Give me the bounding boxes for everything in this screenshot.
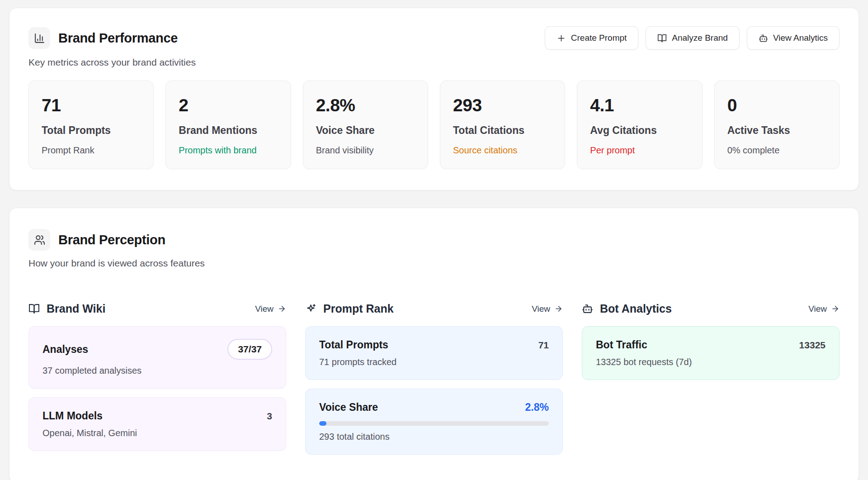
voice-share-progress-track [319, 421, 549, 426]
card-subtext: 37 completed analysises [42, 366, 272, 376]
header-actions: Create Prompt Analyze Brand View Analyti… [545, 26, 840, 50]
brand-perception-panel: Brand Perception How your brand is viewe… [9, 208, 859, 480]
analyze-brand-label: Analyze Brand [672, 33, 728, 43]
plus-icon [557, 33, 566, 43]
arrow-right-icon [278, 304, 286, 313]
book-open-icon [28, 303, 40, 314]
create-prompt-button[interactable]: Create Prompt [545, 26, 639, 50]
section-subtitle: How your brand is viewed across features [28, 258, 840, 269]
total-prompts-card[interactable]: Total Prompts 71 71 prompts tracked [305, 326, 563, 380]
metric-value: 2 [179, 95, 278, 115]
metric-label: Total Citations [453, 124, 552, 137]
section-title: Brand Perception [58, 233, 165, 247]
brand-performance-panel: Brand Performance Create Prompt Analyze … [9, 8, 859, 190]
metric-card-brand-mentions: 2 Brand Mentions Prompts with brand [165, 81, 291, 169]
metric-value: 71 [42, 95, 141, 115]
card-value: 13325 [799, 340, 826, 351]
metric-card-active-tasks: 0 Active Tasks 0% complete [714, 81, 840, 169]
metric-card-total-prompts: 71 Total Prompts Prompt Rank [28, 81, 154, 169]
metric-value: 2.8% [316, 95, 415, 115]
view-link-label: View [255, 304, 274, 314]
view-analytics-button[interactable]: View Analytics [747, 26, 840, 50]
metric-subtext: Prompt Rank [42, 145, 141, 156]
card-value: 2.8% [525, 401, 549, 413]
voice-share-card[interactable]: Voice Share 2.8% 293 total citations [305, 389, 563, 455]
metric-label: Brand Mentions [179, 124, 278, 137]
metric-label: Voice Share [316, 124, 415, 137]
column-brand-wiki: Brand Wiki View Analyses 37/37 [28, 302, 286, 455]
metric-subtext: Source citations [453, 145, 552, 156]
card-subtext: 13325 bot requests (7d) [596, 357, 826, 367]
card-value: 3 [267, 411, 272, 422]
card-title: Bot Traffic [596, 339, 647, 351]
bot-icon [759, 33, 768, 43]
column-title: Brand Wiki [47, 302, 255, 315]
view-analytics-label: View Analytics [773, 33, 828, 43]
brand-wiki-view-link[interactable]: View [255, 304, 286, 314]
metrics-row: 71 Total Prompts Prompt Rank 2 Brand Men… [28, 81, 840, 169]
card-title: Voice Share [319, 401, 378, 413]
metric-value: 4.1 [590, 95, 689, 115]
arrow-right-icon [554, 304, 563, 313]
page-title: Brand Performance [58, 31, 178, 46]
card-subtext: Openai, Mistral, Gemini [42, 428, 272, 438]
column-prompt-rank: Prompt Rank View Total Prompts 71 [305, 302, 563, 455]
metric-subtext: Per prompt [590, 145, 689, 156]
metric-card-total-citations: 293 Total Citations Source citations [440, 81, 565, 169]
view-link-label: View [532, 304, 550, 314]
metric-label: Total Prompts [42, 124, 141, 137]
features-grid: Brand Wiki View Analyses 37/37 [28, 302, 840, 455]
card-value: 71 [538, 340, 549, 351]
card-title: Total Prompts [319, 339, 388, 351]
users-icon [28, 229, 50, 251]
column-bot-analytics: Bot Analytics View Bot Traffic 13325 [582, 302, 840, 455]
chart-column-icon [28, 27, 50, 49]
metric-value: 293 [453, 95, 552, 115]
column-title: Bot Analytics [600, 302, 808, 315]
book-open-icon [657, 33, 667, 43]
section-subtitle: Key metrics across your brand activities [28, 57, 840, 68]
bot-traffic-card[interactable]: Bot Traffic 13325 13325 bot requests (7d… [582, 326, 840, 380]
column-title: Prompt Rank [323, 302, 532, 315]
llm-models-card[interactable]: LLM Models 3 Openai, Mistral, Gemini [28, 397, 286, 451]
metric-value: 0 [727, 95, 826, 115]
prompt-rank-view-link[interactable]: View [532, 304, 563, 314]
metric-label: Avg Citations [590, 124, 689, 137]
card-subtext: 71 prompts tracked [319, 357, 549, 367]
card-title: LLM Models [42, 410, 103, 422]
metric-card-voice-share: 2.8% Voice Share Brand visibility [303, 81, 428, 169]
analyze-brand-button[interactable]: Analyze Brand [646, 26, 740, 50]
voice-share-progress-fill [319, 421, 326, 426]
create-prompt-label: Create Prompt [571, 33, 627, 43]
sparkles-icon [305, 303, 316, 314]
metric-subtext: Prompts with brand [179, 145, 278, 156]
metric-subtext: 0% complete [727, 145, 826, 156]
bot-analytics-view-link[interactable]: View [808, 304, 840, 314]
analyses-card[interactable]: Analyses 37/37 37 completed analysises [28, 326, 286, 389]
metric-subtext: Brand visibility [316, 145, 415, 156]
card-subtext: 293 total citations [319, 432, 549, 442]
arrow-right-icon [831, 304, 840, 313]
status-badge: 37/37 [227, 339, 272, 360]
metric-card-avg-citations: 4.1 Avg Citations Per prompt [577, 81, 702, 169]
card-title: Analyses [42, 343, 88, 356]
metric-label: Active Tasks [727, 124, 826, 137]
bot-icon [582, 303, 593, 314]
view-link-label: View [808, 304, 827, 314]
